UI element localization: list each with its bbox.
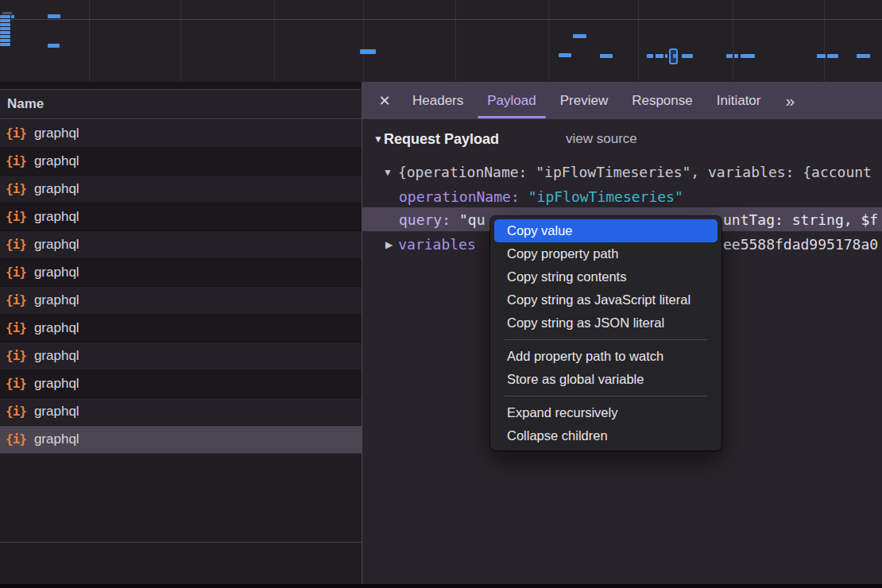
json-value-clipped-fragment: ee5588fdad995178a0 [723, 234, 878, 255]
tab-payload[interactable]: Payload [475, 82, 547, 119]
json-request-icon: {i} [6, 433, 26, 446]
menu-item-collapse-children[interactable]: Collapse children [494, 424, 718, 447]
expanded-triangle-icon[interactable]: ▼ [383, 167, 393, 178]
menu-item-copy-string-contents[interactable]: Copy string contents [494, 265, 718, 288]
timeline-request-bar [573, 34, 586, 38]
network-request-row[interactable]: {i}graphql [0, 370, 362, 398]
network-request-row[interactable]: {i}graphql [0, 148, 362, 176]
timeline-request-bar [0, 27, 10, 30]
overview-gridline [824, 0, 825, 82]
request-name-label: graphql [34, 292, 79, 308]
timeline-request-bar [2, 12, 12, 14]
timeline-request-bar [11, 15, 14, 18]
timeline-request-bar [682, 54, 693, 58]
close-icon: ✕ [378, 92, 390, 110]
view-source-link[interactable]: view source [566, 127, 637, 151]
tab-initiator[interactable]: Initiator [705, 82, 773, 119]
request-name-label: graphql [34, 348, 79, 364]
collapsed-triangle-icon[interactable]: ▶ [385, 239, 393, 250]
close-details-button[interactable]: ✕ [369, 82, 400, 119]
json-request-icon: {i} [6, 322, 26, 335]
json-root-row[interactable]: ▼ {operationName: "ipFlowTimeseries", va… [362, 161, 882, 183]
json-row-operation-name[interactable]: operationName: "ipFlowTimeseries" [362, 186, 882, 207]
menu-item-copy-property-path[interactable]: Copy property path [494, 242, 718, 265]
timeline-request-bar [827, 54, 838, 58]
menu-separator [505, 396, 707, 397]
menu-separator [505, 339, 707, 340]
network-request-row[interactable]: {i}graphql [0, 203, 362, 231]
json-request-icon: {i} [6, 238, 26, 251]
timeline-request-bar [0, 39, 10, 42]
timeline-request-bar [857, 54, 870, 58]
json-value-clipped-fragment: untTag: string, $f [723, 207, 878, 231]
network-request-row[interactable]: {i}graphql [0, 342, 362, 370]
menu-item-copy-value[interactable]: Copy value [494, 219, 718, 242]
name-column-label: Name [7, 96, 44, 112]
pane-split-divider[interactable] [362, 82, 362, 584]
details-tab-bar: ✕ HeadersPayloadPreviewResponseInitiator… [362, 82, 882, 119]
menu-item-copy-string-as-json-literal[interactable]: Copy string as JSON literal [494, 311, 718, 335]
network-request-list-pane: Name {i}graphql{i}graphql{i}graphql{i}gr… [0, 82, 362, 584]
timeline-request-bar [726, 54, 733, 58]
json-request-icon: {i} [6, 266, 26, 279]
network-request-row[interactable]: {i}graphql [0, 426, 362, 454]
request-payload-section-header[interactable]: ▼ Request Payload [373, 127, 499, 151]
json-key: operationName: [399, 188, 520, 205]
timeline-hover-marker [669, 48, 678, 64]
timeline-request-bar [734, 54, 738, 58]
timeline-request-bar [360, 49, 376, 54]
json-root-preview: {operationName: "ipFlowTimeseries", vari… [398, 164, 872, 180]
network-request-row[interactable]: {i}graphql [0, 287, 362, 315]
name-column-header[interactable]: Name [0, 89, 362, 119]
overview-gridline [363, 0, 364, 82]
timeline-request-bar [0, 31, 10, 34]
timeline-request-bar [741, 54, 755, 58]
timeline-request-bar [656, 54, 663, 58]
timeline-request-bar [0, 35, 10, 38]
timeline-request-bar [600, 54, 613, 58]
menu-item-copy-string-as-javascript-literal[interactable]: Copy string as JavaScript literal [494, 288, 718, 311]
network-request-row[interactable]: {i}graphql [0, 315, 362, 342]
timeline-request-bar [817, 54, 826, 58]
tab-preview[interactable]: Preview [548, 82, 620, 119]
network-request-row[interactable]: {i}graphql [0, 259, 362, 287]
menu-item-expand-recursively[interactable]: Expand recursively [494, 401, 718, 424]
chevron-double-right-icon: » [785, 91, 793, 110]
menu-item-add-property-path-to-watch[interactable]: Add property path to watch [494, 345, 718, 368]
network-request-row[interactable]: {i}graphql [0, 120, 362, 148]
network-timeline-overview[interactable] [0, 0, 882, 83]
devtools-network-panel: Name {i}graphql{i}graphql{i}graphql{i}gr… [0, 0, 882, 588]
bottom-edge [0, 584, 882, 588]
json-key: query: [399, 211, 451, 228]
overview-gridline [638, 0, 639, 82]
section-title: Request Payload [384, 131, 499, 148]
list-top-strip [0, 82, 362, 89]
request-name-label: graphql [34, 153, 79, 169]
more-tabs-button[interactable]: » [785, 82, 793, 119]
json-value-start: "qu [459, 211, 485, 228]
json-key: variables [398, 236, 476, 253]
network-request-row[interactable]: {i}graphql [0, 398, 362, 426]
timeline-request-bar [0, 43, 10, 46]
request-name-label: graphql [34, 404, 79, 420]
json-request-icon: {i} [6, 211, 26, 223]
context-menu: Copy valueCopy property pathCopy string … [490, 216, 721, 451]
tab-headers[interactable]: Headers [400, 82, 475, 119]
timeline-request-bar [559, 53, 571, 57]
network-request-row[interactable]: {i}graphql [0, 231, 362, 259]
timeline-request-bar [0, 15, 10, 18]
request-rows: {i}graphql{i}graphql{i}graphql{i}graphql… [0, 120, 362, 454]
menu-item-store-as-global-variable[interactable]: Store as global variable [494, 368, 718, 391]
tab-response[interactable]: Response [620, 82, 705, 119]
overview-gridline [455, 0, 456, 82]
overview-horizontal-gridline [0, 19, 882, 20]
request-name-label: graphql [34, 209, 79, 225]
json-request-icon: {i} [6, 294, 26, 307]
section-expanded-triangle-icon: ▼ [373, 133, 383, 145]
json-request-icon: {i} [6, 377, 26, 390]
timeline-request-bar [48, 14, 60, 18]
network-request-row[interactable]: {i}graphql [0, 176, 362, 203]
overview-gridline [548, 0, 549, 82]
timeline-request-bar [0, 19, 10, 22]
timeline-request-bar [665, 54, 667, 58]
